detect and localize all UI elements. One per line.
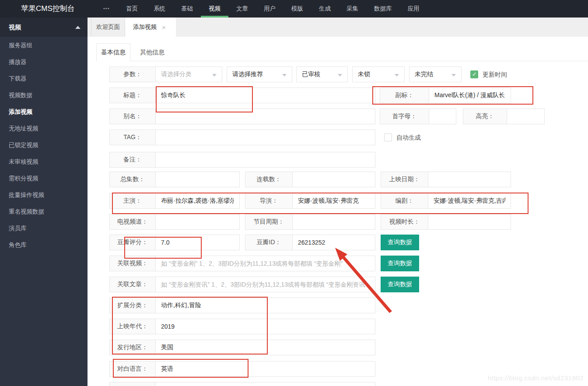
serial-number-group: 连载数： xyxy=(245,172,375,187)
release-year-label: 上映年代： xyxy=(110,319,156,334)
release-date-input[interactable] xyxy=(428,172,511,187)
nav-item-user[interactable]: 用户 xyxy=(264,0,276,18)
app-logo: 苹果CMS控制台 xyxy=(21,0,75,18)
alias-label: 别名： xyxy=(110,109,156,124)
query-data-button-video[interactable]: 查询数据 xyxy=(381,256,419,271)
nav-item-template[interactable]: 模版 xyxy=(291,0,303,18)
douban-score-input[interactable] xyxy=(156,235,239,250)
dialogue-language-input[interactable] xyxy=(156,361,375,376)
sidebar-group-video[interactable]: 视频 xyxy=(0,18,88,37)
sidebar-item-role-library[interactable]: 角色库 xyxy=(0,237,88,253)
video-duration-input[interactable] xyxy=(428,214,511,229)
sidebar-item-points-video[interactable]: 需积分视频 xyxy=(0,170,88,187)
total-episodes-input[interactable] xyxy=(156,172,239,187)
recommend-select[interactable]: 请选择推荐 xyxy=(227,67,292,82)
app-window: 苹果CMS控制台 ••• 首页 系统 基础 视频 文章 用户 模版 生成 采集 … xyxy=(0,0,588,386)
nav-item-home[interactable]: 首页 xyxy=(126,0,138,18)
total-episodes-label: 总集数： xyxy=(110,172,156,187)
tv-channel-input[interactable] xyxy=(156,214,239,229)
category-select[interactable]: 请选择分类 xyxy=(156,67,222,82)
sidebar-item-duplicate-video[interactable]: 重名视频数据 xyxy=(0,204,88,220)
query-data-button-article[interactable]: 查询数据 xyxy=(381,277,419,292)
douban-id-input[interactable] xyxy=(293,235,375,250)
nav-item-basic[interactable]: 基础 xyxy=(181,0,193,18)
sidebar-item-video-data[interactable]: 视频数据 xyxy=(0,87,88,104)
serial-number-input[interactable] xyxy=(293,172,375,187)
subtitle-label: 副标： xyxy=(380,88,429,103)
tag-input[interactable] xyxy=(156,130,375,145)
form-tab-other-info[interactable]: 其他信息 xyxy=(140,43,164,61)
finish-select[interactable]: 未完结 xyxy=(409,67,462,82)
more-menu-icon[interactable]: ••• xyxy=(103,0,110,17)
tab-welcome-page[interactable]: 欢迎页面 xyxy=(91,18,125,37)
tab-add-video[interactable]: 添加视频 × xyxy=(125,18,176,37)
highlight-input[interactable] xyxy=(507,109,544,124)
program-cycle-label: 节目周期： xyxy=(245,214,293,229)
highlight-label: 高亮： xyxy=(463,109,507,124)
serial-number-label: 连载数： xyxy=(245,172,293,187)
params-label: 参数： xyxy=(110,67,156,82)
sidebar-item-locked-video[interactable]: 已锁定视频 xyxy=(0,137,88,154)
highlight-group: 高亮： xyxy=(463,109,545,124)
sidebar-item-player[interactable]: 播放器 xyxy=(0,54,88,70)
update-time-checkbox[interactable] xyxy=(470,70,478,78)
starring-label: 主演： xyxy=(110,193,156,208)
initial-group: 首字母： xyxy=(380,109,456,124)
initial-label: 首字母： xyxy=(380,109,429,124)
related-article-input[interactable] xyxy=(156,277,375,292)
sidebar-item-batch-video[interactable]: 批量操作视频 xyxy=(0,187,88,204)
douban-id-group: 豆瓣ID： xyxy=(245,235,375,250)
total-episodes-group: 总集数： xyxy=(109,172,240,187)
partial-row-label xyxy=(110,382,156,386)
nav-item-article[interactable]: 文章 xyxy=(236,0,248,18)
note-input[interactable] xyxy=(156,152,375,167)
release-region-label: 发行地区： xyxy=(110,340,156,355)
nav-item-apps[interactable]: 应用 xyxy=(408,0,420,18)
release-region-input[interactable] xyxy=(156,340,375,355)
related-article-group: 关联文章： xyxy=(109,277,375,292)
release-year-input[interactable] xyxy=(156,319,375,334)
sidebar-item-unaudited-video[interactable]: 未审核视频 xyxy=(0,154,88,170)
subtitle-input[interactable] xyxy=(429,88,511,103)
tag-label: TAG： xyxy=(110,130,156,145)
alias-input[interactable] xyxy=(156,109,375,124)
sidebar-menu: 服务器组 播放器 下载器 视频数据 添加视频 无地址视频 已锁定视频 未审核视频… xyxy=(0,37,88,253)
director-input[interactable] xyxy=(293,193,375,208)
initial-input[interactable] xyxy=(429,109,456,124)
collapse-up-icon xyxy=(75,26,80,29)
extend-category-input[interactable] xyxy=(156,298,375,313)
nav-item-video[interactable]: 视频 xyxy=(209,0,220,18)
form-tab-basic-info[interactable]: 基本信息 xyxy=(96,43,130,61)
chevron-down-icon xyxy=(452,74,456,77)
nav-item-collect[interactable]: 采集 xyxy=(346,0,358,18)
sidebar-item-no-url-video[interactable]: 无地址视频 xyxy=(0,120,88,137)
screenwriter-input[interactable] xyxy=(428,193,511,208)
query-data-button-douban[interactable]: 查询数据 xyxy=(381,235,419,250)
dialogue-language-label: 对白语言： xyxy=(110,361,156,376)
title-input[interactable] xyxy=(156,88,375,103)
recommend-select-value: 请选择推荐 xyxy=(232,70,263,78)
auto-generate-checkbox[interactable] xyxy=(384,133,392,141)
video-duration-label: 视频时长： xyxy=(381,214,428,229)
sidebar-item-add-video[interactable]: 添加视频 xyxy=(0,104,88,120)
sidebar-item-server-group[interactable]: 服务器组 xyxy=(0,37,88,54)
chevron-down-icon xyxy=(282,74,287,77)
close-tab-icon[interactable]: × xyxy=(162,24,166,31)
nav-item-generate[interactable]: 生成 xyxy=(319,0,331,18)
sidebar-item-downloader[interactable]: 下载器 xyxy=(0,70,88,87)
related-video-input[interactable] xyxy=(156,256,375,271)
sidebar-item-actor-library[interactable]: 演员库 xyxy=(0,220,88,237)
audit-select[interactable]: 已审核 xyxy=(296,67,348,82)
release-region-group: 发行地区： xyxy=(109,340,375,355)
lock-select[interactable]: 未锁 xyxy=(352,67,405,82)
lock-select-value: 未锁 xyxy=(358,70,370,78)
params-group: 参数： 请选择分类 xyxy=(109,67,222,82)
video-duration-group: 视频时长： xyxy=(381,214,511,230)
alias-group: 别名： xyxy=(109,109,375,124)
program-cycle-input[interactable] xyxy=(293,214,375,229)
starring-input[interactable] xyxy=(156,193,239,208)
starring-group: 主演： xyxy=(109,193,240,209)
nav-item-system[interactable]: 系统 xyxy=(154,0,165,18)
partial-row-input[interactable] xyxy=(156,382,375,386)
nav-item-database[interactable]: 数据库 xyxy=(374,0,392,18)
